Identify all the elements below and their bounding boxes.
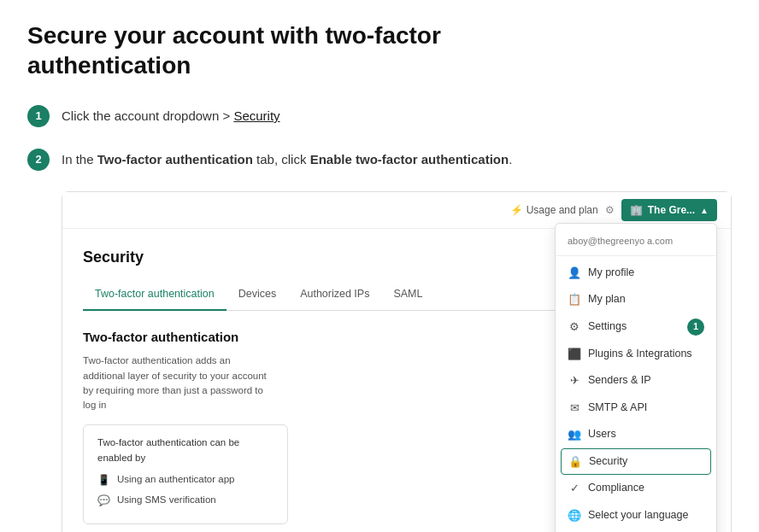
account-dropdown-button[interactable]: 🏢 The Gre... ▲ <box>621 199 717 221</box>
dropdown-item-senders[interactable]: ✈ Senders & IP <box>556 367 716 395</box>
step-2-text: In the Two-factor authentication tab, cl… <box>62 148 512 170</box>
chevron-up-icon: ▲ <box>700 204 709 217</box>
screenshot-container: ⚡ Usage and plan ⚙ 🏢 The Gre... ▲ aboy@t… <box>62 191 732 532</box>
tfa-description: Two-factor authentication adds an additi… <box>83 354 271 412</box>
compliance-icon: ✓ <box>568 480 581 497</box>
account-dropdown-menu: aboy@thegreenyo a.com 👤 My profile 📋 My … <box>555 223 717 532</box>
usage-plan: ⚡ Usage and plan <box>510 202 598 218</box>
plugins-icon: ⬛ <box>568 346 581 363</box>
security-link[interactable]: Security <box>233 108 279 123</box>
dropdown-item-profile[interactable]: 👤 My profile <box>556 260 716 287</box>
plan-icon: 📋 <box>568 291 581 308</box>
profile-icon: 👤 <box>568 265 581 282</box>
tfa-box-title: Two-factor authentication can be enabled… <box>97 436 274 465</box>
chart-icon: ⚡ <box>510 202 523 218</box>
dropdown-item-plugins[interactable]: ⬛ Plugins & Integrations <box>556 341 716 368</box>
security-icon: 🔒 <box>568 453 582 471</box>
tab-two-factor[interactable]: Two-factor authentication <box>83 281 227 311</box>
authenticator-icon: 📱 <box>97 472 110 488</box>
language-icon: 🌐 <box>568 507 581 524</box>
app-topbar: ⚡ Usage and plan ⚙ 🏢 The Gre... ▲ aboy@t… <box>62 192 731 229</box>
sms-icon: 💬 <box>97 493 110 508</box>
settings-icon: ⚙ <box>605 202 615 218</box>
step-2: 2 In the Two-factor authentication tab, … <box>27 148 732 171</box>
account-icon: 🏢 <box>630 202 643 218</box>
dropdown-email: aboy@thegreenyo a.com <box>556 229 716 256</box>
tfa-options-box: Two-factor authentication can be enabled… <box>83 424 288 524</box>
tab-devices[interactable]: Devices <box>227 281 288 311</box>
step-badge-1: 1 <box>687 319 704 336</box>
users-icon: 👥 <box>568 426 581 443</box>
dropdown-item-security[interactable]: 🔒 Security <box>561 448 711 476</box>
step-number-2: 2 <box>27 149 50 171</box>
dropdown-item-plan[interactable]: 📋 My plan <box>556 286 716 313</box>
senders-icon: ✈ <box>568 372 581 389</box>
page-title: Secure your account with two-factor auth… <box>27 20 732 80</box>
settings-menu-icon: ⚙ <box>568 319 581 336</box>
step-1: 1 Click the account dropdown > Security <box>27 104 732 127</box>
dropdown-item-users[interactable]: 👥 Users <box>556 421 716 448</box>
dropdown-item-language[interactable]: 🌐 Select your language <box>556 502 716 529</box>
step-number-1: 1 <box>27 105 50 127</box>
tab-saml[interactable]: SAML <box>381 281 434 311</box>
dropdown-item-settings[interactable]: ⚙ Settings 1 <box>556 313 716 341</box>
smtp-icon: ✉ <box>568 400 581 417</box>
dropdown-item-logout[interactable]: ↩ Log out <box>556 529 716 532</box>
tab-authorized-ips[interactable]: Authorized IPs <box>288 281 381 311</box>
dropdown-item-compliance[interactable]: ✓ Compliance <box>556 475 716 502</box>
tfa-option-sms: 💬 Using SMS verification <box>97 493 274 508</box>
tfa-option-authenticator: 📱 Using an authenticator app <box>97 472 274 488</box>
dropdown-item-smtp[interactable]: ✉ SMTP & API <box>556 395 716 422</box>
step-1-text: Click the account dropdown > Security <box>62 104 280 126</box>
